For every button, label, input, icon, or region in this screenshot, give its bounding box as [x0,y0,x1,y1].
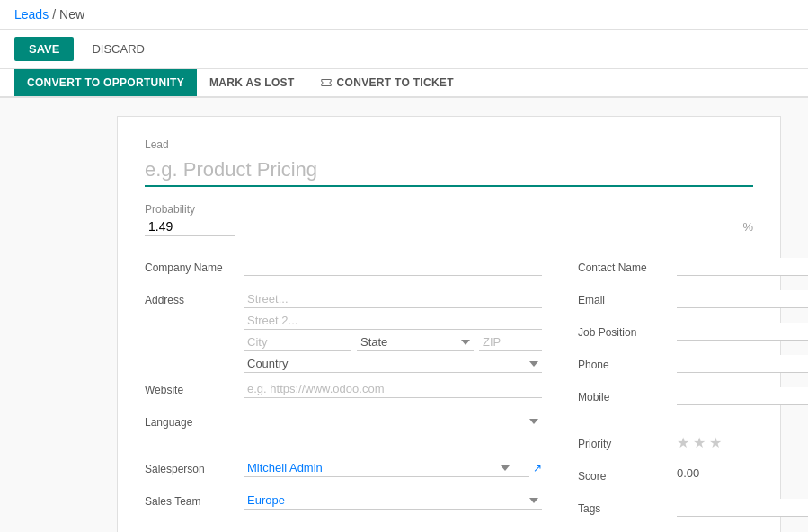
tags-input[interactable] [677,499,808,517]
salesperson-value: Mitchell Admin ↗ [244,459,542,477]
contact-name-label: Contact Name [578,258,677,274]
website-input[interactable] [244,380,542,398]
sales-team-select[interactable]: Europe [244,492,542,510]
job-position-value [677,323,808,341]
fields-grid: Company Name Address State [145,258,753,531]
score-value: 0.00 [677,466,808,480]
score-label: Score [578,466,677,483]
phone-label: Phone [578,355,677,371]
street2-input[interactable] [244,312,542,330]
company-name-input[interactable] [244,258,542,276]
toolbar: CONVERT TO OPPORTUNITY MARK AS LOST CONV… [0,69,808,98]
tags-label: Tags [578,499,677,515]
action-buttons-bar: SAVE DISCARD [0,30,808,69]
job-position-label: Job Position [578,323,677,339]
form-container: Lead Probability % Company Name [0,98,808,532]
probability-input[interactable] [145,217,235,236]
ticket-icon [320,76,333,89]
sales-team-row: Sales Team Europe [145,492,542,517]
website-value [244,380,542,398]
salesperson-external-link-icon[interactable]: ↗ [533,462,542,474]
salesperson-row: Salesperson Mitchell Admin ↗ [145,459,542,484]
city-input[interactable] [244,333,351,351]
sales-team-value: Europe [244,492,542,510]
mark-as-lost-label: MARK AS LOST [209,76,295,89]
mark-as-lost-button[interactable]: MARK AS LOST [197,69,307,96]
email-row: Email [578,290,808,315]
salesperson-select[interactable]: Mitchell Admin [244,459,529,477]
mobile-row: Mobile [578,387,808,412]
street-input[interactable] [244,290,542,308]
state-select[interactable]: State [357,333,474,351]
phone-input[interactable] [677,355,808,373]
lead-label: Lead [145,138,753,151]
convert-opportunity-button[interactable]: CONVERT TO OPPORTUNITY [14,69,197,96]
probability-section: Probability % [145,203,753,236]
convert-ticket-button[interactable]: CONVERT TO TICKET [307,69,466,96]
breadcrumb-separator: / [52,7,56,22]
mobile-value [677,387,808,405]
website-row: Website [145,380,542,405]
lead-section: Lead [145,138,753,187]
address-label: Address [145,290,244,306]
priority-row: Priority ★ ★ ★ [578,434,808,459]
convert-ticket-label: CONVERT TO TICKET [337,76,454,89]
priority-star-3[interactable]: ★ [709,434,722,451]
salesperson-label: Salesperson [145,459,244,475]
left-field-group: Company Name Address State [145,258,542,531]
discard-button[interactable]: DISCARD [81,37,155,61]
tags-value [677,499,808,517]
job-position-input[interactable] [677,323,808,341]
phone-row: Phone [578,355,808,380]
city-state-zip-row: State [244,333,542,351]
website-label: Website [145,380,244,396]
email-value [677,290,808,308]
address-fields: State Country [244,290,542,373]
job-position-row: Job Position [578,323,808,348]
contact-name-value [677,258,808,276]
priority-stars: ★ ★ ★ [677,434,808,451]
phone-value [677,355,808,373]
priority-label: Priority [578,434,677,450]
save-button[interactable]: SAVE [14,37,74,61]
form-inner: Lead Probability % Company Name [117,116,781,532]
breadcrumb-current: New [59,7,84,22]
company-name-row: Company Name [145,258,542,283]
contact-name-row: Contact Name [578,258,808,283]
breadcrumb: Leads / New [0,0,808,30]
lead-input[interactable] [145,155,753,187]
probability-percent: % [742,220,753,234]
language-select[interactable] [244,412,542,430]
zip-input[interactable] [479,333,542,351]
mobile-label: Mobile [578,387,677,403]
language-value [244,412,542,430]
language-row: Language [145,412,542,438]
priority-star-1[interactable]: ★ [677,434,689,451]
breadcrumb-parent[interactable]: Leads [14,7,49,22]
country-select[interactable]: Country [244,355,542,373]
sales-team-label: Sales Team [145,492,244,508]
tags-row: Tags [578,499,808,524]
salesperson-input-row: Mitchell Admin ↗ [244,459,542,477]
email-input[interactable] [677,290,808,308]
score-display: 0.00 [677,466,699,480]
priority-star-2[interactable]: ★ [693,434,706,451]
address-row: Address State Country [145,290,542,373]
email-label: Email [578,290,677,306]
mobile-input[interactable] [677,387,808,405]
company-name-label: Company Name [145,258,244,274]
score-row: Score 0.00 [578,466,808,492]
language-label: Language [145,412,244,429]
priority-value: ★ ★ ★ [677,434,808,451]
probability-label: Probability [145,203,753,216]
company-name-value [244,258,542,276]
contact-name-input[interactable] [677,258,808,276]
right-field-group: Contact Name Email Job Position [578,258,808,531]
